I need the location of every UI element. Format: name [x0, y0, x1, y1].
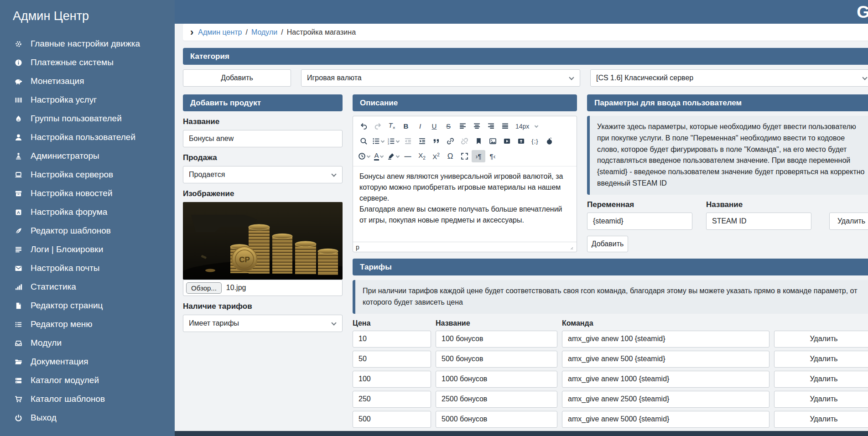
paragraph-rtl-icon[interactable]: ›¶ — [472, 150, 485, 162]
tariff-price-input[interactable] — [353, 391, 431, 408]
image-icon[interactable] — [486, 135, 499, 147]
omega-icon[interactable]: Ω — [443, 150, 457, 162]
resize-handle-icon[interactable] — [567, 244, 574, 250]
underline-icon[interactable]: U — [427, 120, 441, 132]
clear-format-icon[interactable]: T× — [385, 120, 399, 132]
breadcrumb-link-admin-center[interactable]: Админ центр — [198, 28, 242, 36]
parameter-add-button[interactable]: Добавить — [587, 236, 628, 252]
menu-icon — [13, 321, 24, 328]
sidebar-item[interactable]: Настройка почты — [13, 263, 162, 273]
unordered-list-icon[interactable] — [371, 135, 385, 147]
topbar: G — [175, 0, 868, 24]
sidebar-item[interactable]: Редактор шаблонов — [13, 226, 162, 236]
editor-content[interactable]: Бонусы anew являются универсальной игров… — [353, 166, 577, 242]
sidebar-item[interactable]: Монетизация — [13, 76, 162, 86]
sidebar-item[interactable]: Настройка новостей — [13, 188, 162, 198]
parameter-name-input[interactable] — [706, 213, 811, 230]
sidebar-item[interactable]: Редактор страниц — [13, 301, 162, 311]
outdent-icon[interactable] — [401, 135, 415, 147]
sidebar-item[interactable]: Настройка серверов — [13, 170, 162, 180]
variable-input[interactable] — [587, 213, 692, 230]
horizontal-rule-icon[interactable]: — — [401, 150, 415, 162]
breadcrumb-link-modules[interactable]: Модули — [251, 28, 277, 36]
align-justify-icon[interactable] — [498, 120, 512, 132]
tariff-price-input[interactable] — [353, 331, 431, 348]
product-name-input[interactable] — [183, 130, 343, 147]
blockquote-icon[interactable] — [429, 135, 443, 147]
sidebar-item[interactable]: Настройка услуг — [13, 95, 162, 105]
sidebar-item[interactable]: Настройка пользователей — [13, 132, 162, 142]
tariff-command-input[interactable] — [562, 371, 769, 388]
browse-file-button[interactable]: Обзор... — [186, 282, 222, 294]
unlink-icon[interactable] — [457, 135, 471, 147]
sidebar-item[interactable]: Каталог модулей — [13, 375, 162, 385]
feather-icon — [13, 227, 24, 235]
tariff-name-input[interactable] — [436, 331, 557, 348]
sidebar-item[interactable]: Статистика — [13, 282, 162, 292]
redo-icon[interactable] — [371, 120, 385, 132]
sidebar-item[interactable]: AНастройка форума — [13, 207, 162, 217]
highlight-icon[interactable] — [386, 150, 400, 162]
video-icon[interactable] — [500, 135, 514, 147]
tariff-delete-button[interactable]: Удалить — [774, 351, 868, 368]
sidebar-item[interactable]: Главные настройки движка — [13, 39, 162, 49]
brand-logo[interactable]: G — [857, 4, 868, 21]
align-center-icon[interactable] — [470, 120, 483, 132]
tariff-name-input[interactable] — [436, 391, 557, 408]
subscript-icon[interactable]: X2 — [415, 150, 429, 162]
paragraph-ltr-icon[interactable]: ¶‹ — [486, 150, 499, 162]
parameter-delete-button[interactable]: Удалить — [829, 213, 868, 230]
upload-icon[interactable] — [514, 135, 528, 147]
sidebar-item[interactable]: Документация — [13, 357, 162, 367]
clock-icon[interactable] — [357, 150, 371, 162]
ordered-list-icon[interactable]: 123 — [386, 135, 400, 147]
tariff-name-input[interactable] — [436, 371, 557, 388]
tariff-delete-button[interactable]: Удалить — [774, 371, 868, 388]
ink-icon[interactable] — [542, 135, 556, 147]
tariff-name-input[interactable] — [436, 411, 557, 428]
sidebar-item[interactable]: Администраторы — [13, 151, 162, 161]
product-tariff-select[interactable]: Имеет тарифы — [183, 315, 343, 332]
tariff-delete-button[interactable]: Удалить — [774, 411, 868, 428]
sidebar-item[interactable]: Платежные системы — [13, 57, 162, 67]
link-icon[interactable] — [443, 135, 457, 147]
bookmark-icon[interactable] — [472, 135, 485, 147]
server-select[interactable]: [CS 1.6] Класический сервер — [590, 69, 868, 87]
align-right-icon[interactable] — [484, 120, 498, 132]
code-icon[interactable]: {;} — [528, 135, 542, 147]
tariff-price-input[interactable] — [353, 371, 431, 388]
font-color-icon[interactable]: A — [372, 150, 385, 162]
product-sale-select[interactable]: Продается — [183, 166, 343, 183]
fullscreen-icon[interactable] — [457, 150, 471, 162]
undo-icon[interactable] — [357, 120, 370, 132]
tariff-price-input[interactable] — [353, 351, 431, 368]
sidebar-item[interactable]: Группы пользователей — [13, 114, 162, 124]
search-icon[interactable] — [357, 135, 370, 147]
superscript-icon[interactable]: X2 — [429, 150, 443, 162]
laptop-icon — [13, 171, 24, 179]
sidebar-item[interactable]: Логи | Блокировки — [13, 244, 162, 254]
font-size-select[interactable]: 14px — [512, 120, 539, 132]
bold-icon[interactable]: B — [399, 120, 413, 132]
align-left-icon[interactable] — [456, 120, 469, 132]
stats-icon — [13, 283, 24, 291]
tariff-delete-button[interactable]: Удалить — [774, 391, 868, 408]
tariff-command-input[interactable] — [562, 351, 769, 368]
sidebar-item[interactable]: Редактор меню — [13, 319, 162, 329]
sidebar-item[interactable]: Каталог шаблонов — [13, 394, 162, 404]
sidebar-item[interactable]: Выход — [13, 413, 162, 423]
sidebar-item[interactable]: Модули — [13, 338, 162, 348]
italic-icon[interactable]: I — [413, 120, 427, 132]
sidebar-item-label: Настройка серверов — [31, 170, 113, 180]
tariff-price-input[interactable] — [353, 411, 431, 428]
category-select[interactable]: Игровая валюта — [301, 69, 580, 87]
tariff-name-input[interactable] — [436, 351, 557, 368]
strikethrough-icon[interactable]: S — [442, 120, 455, 132]
tariff-command-input[interactable] — [562, 411, 769, 428]
tariff-command-input[interactable] — [562, 331, 769, 348]
tariff-command-column-label: Команда — [562, 319, 769, 327]
category-add-button[interactable]: Добавить — [183, 69, 291, 87]
tariff-delete-button[interactable]: Удалить — [774, 331, 868, 348]
tariff-command-input[interactable] — [562, 391, 769, 408]
indent-icon[interactable] — [415, 135, 429, 147]
